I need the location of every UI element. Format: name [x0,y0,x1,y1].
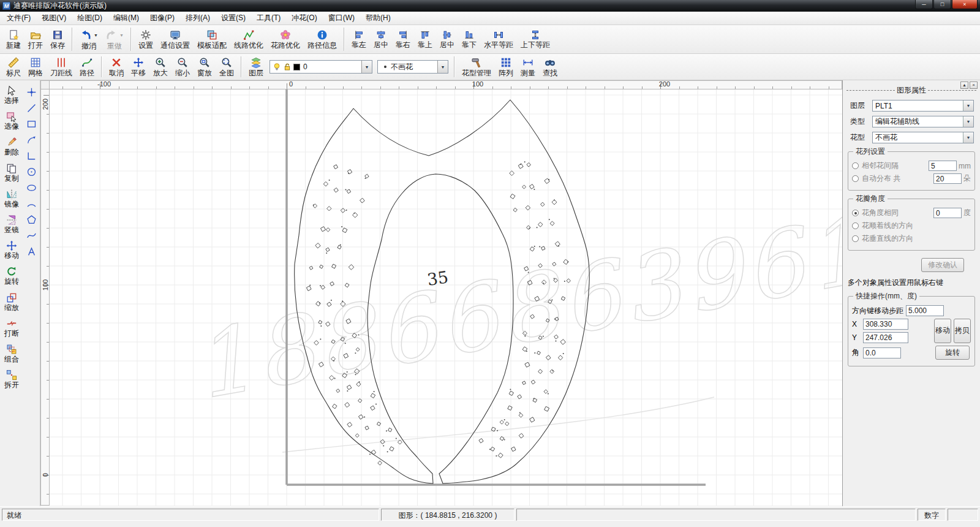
curve-tool-button[interactable] [25,229,39,242]
shoe-pattern-drawing[interactable]: 1886686396135 [50,89,842,506]
panel-pin-button[interactable]: ▴ [960,82,968,89]
info-button[interactable]: 路径信息 [304,28,341,51]
step-input[interactable] [906,305,944,316]
find-button[interactable]: 查找 [539,55,561,78]
rotate-tool-button[interactable]: 旋转 [4,266,19,286]
zoomwin-button[interactable]: 窗放 [194,55,216,78]
panel-close-icon[interactable]: × [970,82,978,89]
crosshair-tool-button[interactable] [25,85,39,99]
copy-button[interactable]: 拷贝 [954,319,971,343]
text-tool-button[interactable] [25,245,39,258]
pentagon-tool-button[interactable] [25,213,39,226]
ungroup-tool-button[interactable]: 拆开 [4,370,19,389]
chevron-down-icon[interactable]: ▼ [963,132,973,143]
circle-tool-button[interactable] [25,165,39,178]
radio-perpendicular[interactable] [852,235,859,242]
comm-button[interactable]: 通信设置 [157,28,194,51]
cursor-tool-button[interactable]: 选择 [4,85,19,105]
pan-button[interactable]: 平移 [127,55,149,78]
menu-item-6[interactable]: 排列(A) [180,11,216,25]
chevron-down-icon[interactable]: ▼ [963,100,973,111]
break-tool-button[interactable]: 打断 [4,318,19,338]
rotate-button[interactable]: 旋转 [935,346,970,360]
hammer-button[interactable]: 花型管理 [458,55,495,78]
layer-visibility-combo[interactable]: 0▼ [270,60,372,74]
knife-button[interactable]: 刀距线 [47,55,76,78]
template-button[interactable]: 模板适配 [194,28,230,51]
ruler-button[interactable]: 标尺 [2,55,24,78]
radio-along-line[interactable] [852,222,859,229]
new-button[interactable]: 新建 [2,28,24,51]
move-tool-button[interactable]: 移动 [4,240,19,260]
measure-button[interactable]: 测量 [517,55,539,78]
flower-type-select[interactable]: 不画花 ▼ [872,132,974,143]
menu-item-4[interactable]: 编辑(M) [108,11,145,25]
cancel-button[interactable]: 取消 [105,55,127,78]
chevron-down-icon[interactable]: ▼ [437,61,448,73]
modify-confirm-button[interactable]: 修改确认 [921,258,964,272]
chevron-down-icon[interactable]: ▼ [361,61,372,73]
radio-adjacent-interval[interactable] [852,162,859,169]
type-select[interactable]: 编辑花辅助线 ▼ [872,116,974,127]
align-right-button[interactable]: 靠右 [392,28,414,50]
angle-value-input[interactable] [863,347,901,358]
group-tool-button[interactable]: 组合 [4,344,19,363]
menu-item-1[interactable]: 文件(F) [1,11,36,25]
menu-item-3[interactable]: 绘图(D) [72,11,108,25]
rect-tool-button[interactable] [25,117,39,131]
menu-item-11[interactable]: 帮助(H) [360,11,396,25]
pathic-button[interactable]: 路径 [76,55,98,78]
arcarrow-tool-button[interactable] [25,133,39,146]
lineopt-button[interactable]: 线路优化 [230,28,267,51]
corner-tool-button[interactable] [25,149,39,162]
drawing-canvas[interactable]: 1886686396135 [50,89,842,506]
align-top-button[interactable]: 靠上 [414,28,436,50]
copy-tool-button[interactable]: 复制 [4,163,19,183]
array-button[interactable]: 阵列 [495,55,517,78]
auto-count-input[interactable] [933,173,962,184]
zoomout-button[interactable]: 缩小 [172,55,194,78]
move-button[interactable]: 移动 [934,319,951,343]
zoomall-button[interactable]: 全图 [216,55,238,78]
minimize-button[interactable]: ─ [915,0,933,9]
scale-tool-button[interactable]: 缩放 [4,292,19,312]
line-tool-button[interactable] [25,101,39,115]
menu-item-8[interactable]: 工具(T) [251,11,286,25]
menu-item-9[interactable]: 冲花(O) [286,11,322,25]
chevron-down-icon[interactable]: ▼ [963,116,973,127]
radio-same-angle[interactable] [852,210,859,216]
resize-grip[interactable] [948,509,978,521]
flowopt-button[interactable]: 花路优化 [267,28,304,51]
x-input[interactable] [863,319,908,330]
arc-tool-button[interactable] [25,197,39,210]
menu-item-5[interactable]: 图像(P) [145,11,180,25]
petal-angle-input[interactable] [933,208,962,218]
zoomin-button[interactable]: 放大 [149,55,172,78]
menu-item-7[interactable]: 设置(S) [216,11,251,25]
y-input[interactable] [863,332,908,343]
erase-tool-button[interactable]: 删除 [4,137,19,156]
undo-button[interactable]: ▼撤消 [76,27,102,51]
mirror-h-tool-button[interactable]: 镜像 [4,189,19,208]
interval-input[interactable] [929,161,957,171]
selimg-tool-button[interactable]: 选像 [4,111,19,131]
close-button[interactable]: × [952,0,978,9]
ellipse-tool-button[interactable] [25,181,39,194]
align-vcenter-button[interactable]: 居中 [436,28,458,50]
align-left-button[interactable]: 靠左 [348,28,370,50]
save-button[interactable]: 保存 [47,28,69,51]
open-button[interactable]: 打开 [24,28,47,51]
hspace-button[interactable]: 水平等距 [480,28,517,50]
grid-button[interactable]: 网格 [24,55,47,78]
menu-item-2[interactable]: 视图(V) [36,11,72,25]
gear-button[interactable]: 设置 [135,28,157,51]
layers-button[interactable]: 图层 [245,55,267,78]
radio-auto-distribute[interactable] [852,175,859,182]
vspace-button[interactable]: 上下等距 [517,28,554,50]
layer-select[interactable]: PLT1 ▼ [872,100,974,112]
align-hcenter-button[interactable]: 居中 [370,28,392,50]
flower-pattern-combo[interactable]: 不画花▼ [377,60,448,74]
menu-item-10[interactable]: 窗口(W) [323,11,360,25]
chevron-down-icon[interactable]: ▼ [119,33,124,37]
align-bottom-button[interactable]: 靠下 [458,28,480,50]
